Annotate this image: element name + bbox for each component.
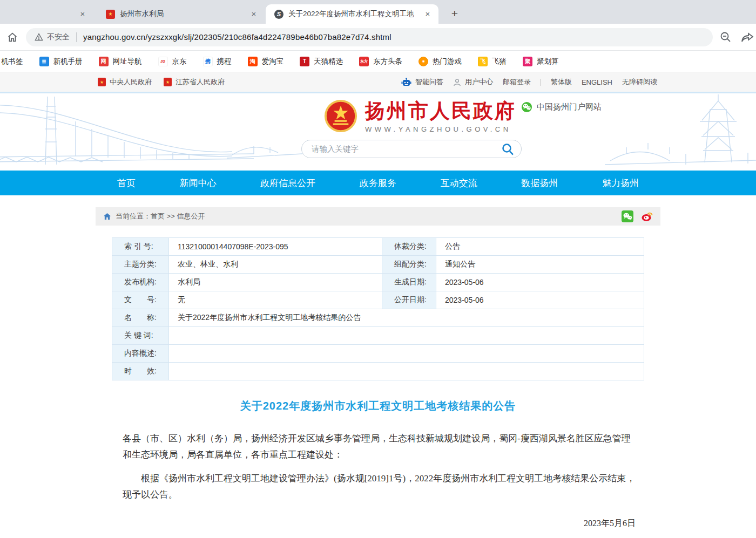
nav-item-info-disclosure[interactable]: 政府信息公开 — [260, 177, 315, 189]
link-user-center[interactable]: 用户中心 — [453, 77, 493, 87]
link-smart-qa[interactable]: 智能问答 — [401, 77, 443, 87]
bookmark-item[interactable]: 淘 爱淘宝 — [248, 57, 284, 66]
wechat-share-icon[interactable] — [622, 210, 633, 222]
breadcrumb-path[interactable]: 首页 >> 信息公开 — [151, 212, 205, 221]
nav-item-charm[interactable]: 魅力扬州 — [602, 177, 639, 189]
bookmark-item[interactable]: 聚 聚划算 — [523, 57, 559, 66]
meta-value-created-date: 2023-05-06 — [436, 274, 644, 291]
search-input[interactable] — [312, 145, 501, 153]
meta-value-title: 关于2022年度扬州市水利工程文明工地考核结果的公告 — [169, 309, 644, 327]
jd-icon: JD — [158, 57, 168, 66]
site-title[interactable]: 扬州市人民政府 — [365, 100, 516, 122]
url-text[interactable]: yangzhou.gov.cn/yzszxxgk/slj/202305/210c… — [83, 32, 392, 42]
tab-partial[interactable]: × — [0, 4, 94, 24]
link-label: 邮箱登录 — [503, 77, 531, 87]
meta-value-index-number: 11321000014407098E-2023-095 — [169, 238, 382, 256]
zoom-out-icon[interactable] — [719, 31, 732, 44]
article-paragraph: 各县（市、区）水利（务）局，扬州经济开发区城乡事务管理局，生态科技新城规划建设局… — [123, 431, 636, 463]
close-icon[interactable]: × — [422, 9, 433, 19]
nav-item-home[interactable]: 首页 — [117, 177, 136, 189]
meta-label: 关 键 词: — [112, 327, 169, 345]
link-traditional-chinese[interactable]: 繁体版 — [551, 77, 572, 87]
games-icon: ■ — [418, 57, 428, 66]
article-paragraph: 根据《扬州市水利工程文明工地建设管理办法》(扬水规[2019]1号)，2022年… — [123, 471, 636, 503]
tab-active-announcement[interactable]: S 关于2022年度扬州市水利工程文明工地 × — [266, 4, 438, 24]
bookmark-label: 新机手册 — [53, 57, 83, 66]
bookmark-label: 网址导航 — [113, 57, 142, 66]
national-emblem-logo — [324, 99, 357, 133]
nav-item-news[interactable]: 新闻中心 — [180, 177, 217, 189]
bookmark-item[interactable]: 携 携程 — [203, 57, 232, 66]
bookmark-item[interactable]: JD 京东 — [158, 57, 187, 66]
link-label: 智能问答 — [415, 77, 443, 87]
url-field[interactable]: 不安全 yangzhou.gov.cn/yzszxxgk/slj/202305/… — [26, 28, 713, 46]
share-icon[interactable] — [741, 31, 755, 44]
gov-emblem-icon: ★ — [164, 78, 172, 86]
meta-label: 体裁分类: — [382, 238, 436, 256]
nav-site-icon: 网 — [99, 57, 109, 66]
link-central-gov[interactable]: ★ 中央人民政府 — [98, 77, 152, 87]
bookmark-item[interactable]: T 天猫精选 — [300, 57, 343, 66]
bookmark-item[interactable]: 飞 飞猪 — [478, 57, 507, 66]
portal-link[interactable]: 中国扬州门户网站 — [521, 101, 602, 113]
security-label[interactable]: 不安全 — [47, 32, 70, 42]
weibo-share-icon[interactable] — [641, 210, 653, 222]
divider — [541, 79, 541, 86]
gov-emblem-icon: ★ — [98, 78, 106, 86]
wechat-icon — [521, 101, 532, 113]
breadcrumb-prefix: 当前位置： — [116, 212, 151, 221]
home-icon[interactable] — [103, 213, 111, 220]
meta-value-doc-number: 无 — [169, 291, 382, 309]
meta-value-publisher: 水利局 — [169, 274, 382, 291]
meta-label: 文 号: — [112, 291, 169, 309]
meta-label: 生成日期: — [382, 274, 436, 291]
not-secure-warning-icon — [35, 33, 43, 41]
meta-label: 发布机构: — [112, 274, 169, 291]
bookmark-item[interactable]: 网 网址导航 — [99, 57, 142, 66]
fliggy-icon: 飞 — [478, 57, 488, 66]
new-tab-button[interactable]: + — [447, 6, 462, 22]
meta-label: 公开日期: — [382, 291, 436, 309]
ctrip-icon: 携 — [203, 57, 213, 66]
link-label: 用户中心 — [465, 77, 493, 87]
meta-value-validity — [169, 363, 644, 380]
site-header: 扬州市人民政府 WWW.YANGZHOU.GOV.CN 中国扬州门户网站 — [0, 92, 756, 171]
meta-value-keywords — [169, 327, 644, 345]
meta-value-publish-date: 2023-05-06 — [436, 291, 644, 309]
bookmark-item[interactable]: 机书签 — [1, 57, 23, 66]
meta-value-genre: 公告 — [436, 238, 644, 256]
link-label: 繁体版 — [551, 77, 572, 87]
link-accessibility[interactable]: 无障碍阅读 — [622, 77, 657, 87]
bookmark-label: 爱淘宝 — [262, 57, 284, 66]
bridge-artwork — [0, 93, 302, 171]
bookmark-label: 热门游戏 — [433, 57, 462, 66]
robot-icon — [401, 78, 411, 87]
meta-value-summary — [169, 345, 644, 363]
close-icon[interactable]: × — [248, 9, 259, 19]
bookmark-item[interactable]: ≣ 新机手册 — [39, 57, 83, 66]
manual-icon: ≣ — [39, 57, 49, 66]
main-navigation: 首页 新闻中心 政府信息公开 政务服务 互动交流 数据扬州 魅力扬州 — [0, 171, 756, 195]
tab-yangzhou-water-bureau[interactable]: ★ 扬州市水利局 × — [97, 4, 265, 24]
link-mail-login[interactable]: 邮箱登录 — [503, 77, 531, 87]
link-english[interactable]: ENGLISH — [582, 78, 612, 86]
link-label: 江苏省人民政府 — [176, 77, 225, 87]
bookmark-label: 携程 — [217, 57, 232, 66]
nav-item-data[interactable]: 数据扬州 — [521, 177, 558, 189]
tab-strip: × ★ 扬州市水利局 × S 关于2022年度扬州市水利工程文明工地 × + — [0, 0, 756, 24]
article-date: 2023年5月6日 — [96, 518, 660, 529]
nav-item-interaction[interactable]: 互动交流 — [441, 177, 477, 189]
close-icon[interactable]: × — [77, 9, 88, 19]
home-icon[interactable] — [6, 31, 18, 43]
bookmark-item[interactable]: 东方 东方头条 — [359, 57, 402, 66]
toutiao-icon: 东方 — [359, 57, 369, 66]
link-jiangsu-gov[interactable]: ★ 江苏省人民政府 — [164, 77, 225, 87]
bookmark-label: 京东 — [172, 57, 187, 66]
bridge-artwork — [594, 93, 756, 171]
bookmark-item[interactable]: ■ 热门游戏 — [418, 57, 462, 66]
link-label: 无障碍阅读 — [622, 77, 657, 87]
search-icon[interactable] — [501, 142, 515, 156]
nav-item-services[interactable]: 政务服务 — [360, 177, 396, 189]
gov-emblem-icon: ★ — [106, 10, 115, 19]
bookmark-label: 飞猪 — [492, 57, 507, 66]
